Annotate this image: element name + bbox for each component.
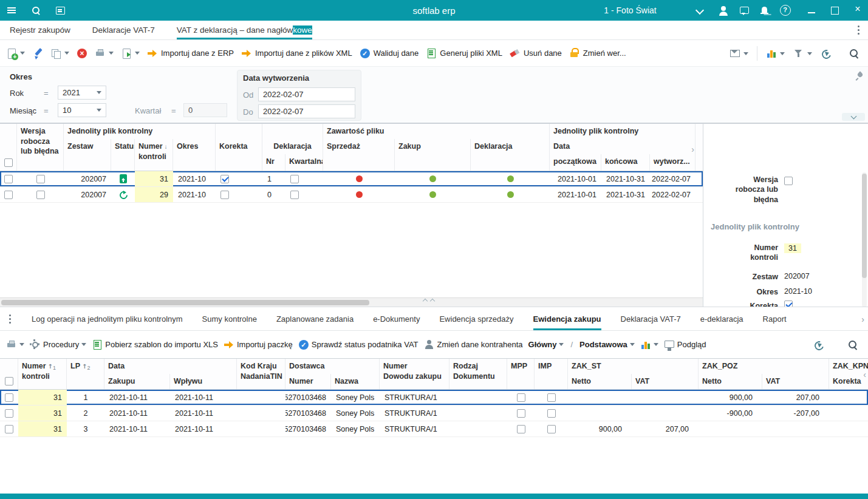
tab-raport[interactable]: Raport xyxy=(763,307,787,330)
importuj-paczke-button[interactable]: Importuj paczkę xyxy=(224,339,293,350)
rok-select[interactable]: 2021 xyxy=(58,86,106,100)
col-header-wersja-robocza[interactable]: Wersjaroboczalub błędna xyxy=(17,124,64,171)
maximize-button[interactable] xyxy=(829,5,840,16)
col-header-numer-dowodu[interactable]: NumerDowodu zakupu xyxy=(380,359,449,389)
row-checkbox[interactable] xyxy=(5,393,13,402)
refresh-button[interactable] xyxy=(821,48,832,59)
mpp-checkbox[interactable] xyxy=(517,409,525,418)
col-header-kod-kraju[interactable]: Kod KrajuNadaniaTIN xyxy=(237,359,285,389)
tab-zaplanowane-zadania[interactable]: Zaplanowane zadania xyxy=(276,307,354,330)
print-button[interactable] xyxy=(6,339,24,350)
col-header-korekta[interactable]: Korekta xyxy=(216,139,262,171)
col-header-numer-kontroli[interactable]: Numer1 kontroli xyxy=(18,359,67,389)
search-panel-button[interactable] xyxy=(849,48,859,59)
scroll-left-icon[interactable] xyxy=(863,370,866,379)
col-header-sprzedaz[interactable]: Sprzedaż xyxy=(323,139,395,171)
korekta-checkbox[interactable] xyxy=(220,191,229,199)
mail-button[interactable] xyxy=(730,48,748,59)
collapse-filter-button[interactable] xyxy=(842,113,865,121)
company-selector[interactable]: 1 - Foto Świat xyxy=(565,0,695,21)
tab-deklaracja-vat7[interactable]: Deklaracja VAT-7 xyxy=(621,307,681,330)
tab-ewidencja-sprzedazy[interactable]: Ewidencja sprzedaży xyxy=(439,307,513,330)
col-header-nr[interactable]: Nr xyxy=(262,154,285,171)
chart-button[interactable] xyxy=(766,48,785,59)
pin-icon[interactable] xyxy=(854,71,864,81)
close-button[interactable] xyxy=(852,5,863,16)
sprawdz-status-button[interactable]: Sprawdź status podatnika VAT xyxy=(298,339,419,350)
tab-deklaracje-vat7[interactable]: Deklaracje VAT-7 xyxy=(92,21,155,39)
table-row[interactable]: 202007 31 2021-10 1 2021-10-01 2021-10-3… xyxy=(0,171,703,187)
korekta-checkbox[interactable] xyxy=(220,175,229,183)
col-header-st-netto[interactable]: Netto xyxy=(568,374,632,389)
imp-checkbox[interactable] xyxy=(547,425,556,433)
row-checkbox[interactable] xyxy=(5,409,13,418)
col-header-mpp[interactable]: MPP xyxy=(507,359,535,389)
col-header-zakupu[interactable]: Zakupu xyxy=(104,374,170,389)
od-date-input[interactable]: 2022-02-07 xyxy=(258,87,355,101)
col-header-deklaracja[interactable]: Deklaracja xyxy=(471,139,550,171)
delete-button[interactable] xyxy=(77,48,87,59)
col-header-imp[interactable]: IMP xyxy=(535,359,568,389)
tab-menu-icon[interactable] xyxy=(9,313,12,324)
col-header-wytworzenia[interactable]: wytworz... xyxy=(650,154,695,171)
import-xml-button[interactable]: Importuj dane z plików XML xyxy=(241,48,352,59)
col-header-numer-kontroli[interactable]: Numer kontroli xyxy=(135,139,173,171)
add-button[interactable] xyxy=(6,48,25,59)
scrollbar-thumb[interactable] xyxy=(862,174,867,278)
col-header-lp[interactable]: LP2 xyxy=(67,359,104,389)
col-header-poczatkowa[interactable]: początkowa xyxy=(550,154,601,171)
minimize-button[interactable] xyxy=(806,5,817,16)
kwartalna-checkbox[interactable] xyxy=(290,191,299,199)
scroll-right-icon[interactable] xyxy=(691,144,694,154)
row-checkbox[interactable] xyxy=(5,425,13,433)
copy-button[interactable] xyxy=(50,48,69,59)
tab-ewidencja-zakupu[interactable]: Ewidencja zakupu xyxy=(533,307,601,330)
search-panel-button[interactable] xyxy=(847,339,858,350)
col-header-st-vat[interactable]: VAT xyxy=(632,374,699,389)
podglad-button[interactable]: Podgląd xyxy=(664,339,706,350)
table-row[interactable]: 202007 29 2021-10 0 2021-10-01 2021-10-3… xyxy=(0,187,703,203)
chart-button[interactable] xyxy=(640,339,658,350)
col-header-poz-netto[interactable]: Netto xyxy=(699,374,762,389)
tab-vat-z-deklaracja[interactable]: VAT z deklaracją – dane nagłówkowe xyxy=(177,21,312,39)
col-header-dostawca-numer[interactable]: Numer xyxy=(285,374,331,389)
equals-operator[interactable]: = xyxy=(44,106,49,115)
col-header-zakup[interactable]: Zakup xyxy=(395,139,471,171)
print-button[interactable] xyxy=(95,48,114,59)
select-all-checkbox[interactable] xyxy=(4,158,13,167)
table-row[interactable]: 31 3 2021-10-11 2021-10-11 5270103468 So… xyxy=(0,421,868,437)
col-header-rodzaj-dokumentu[interactable]: RodzajDokumentu xyxy=(449,359,507,389)
procedury-button[interactable]: Procedury xyxy=(30,339,86,350)
edit-button[interactable] xyxy=(32,48,43,59)
imp-checkbox[interactable] xyxy=(547,409,556,418)
col-header-kpnst-korekta[interactable]: Korekta xyxy=(829,374,868,389)
filter-settings-button[interactable] xyxy=(793,48,812,59)
miesiac-select[interactable]: 10 xyxy=(58,103,106,117)
kwartalna-checkbox[interactable] xyxy=(290,175,299,183)
tab-scroll-right-icon[interactable] xyxy=(861,314,864,324)
pobierz-szablon-button[interactable]: Pobierz szablon do importu XLS xyxy=(92,339,218,350)
wersja-checkbox[interactable] xyxy=(36,191,45,199)
export-button[interactable] xyxy=(121,48,140,59)
splitter-grip[interactable] xyxy=(423,299,434,303)
table-row[interactable]: 31 2 2021-10-11 2021-10-11 5270103468 So… xyxy=(0,406,868,421)
col-header-okres[interactable]: Okres xyxy=(173,139,216,171)
tab-rejestr-zakupow[interactable]: Rejestr zakupów xyxy=(10,21,70,39)
horizontal-scrollbar[interactable] xyxy=(0,297,703,307)
tab-e-deklaracja[interactable]: e-deklaracja xyxy=(700,307,743,330)
generate-xml-button[interactable]: Generuj pliki XML xyxy=(426,48,502,59)
col-header-status[interactable]: Status xyxy=(111,139,135,171)
col-header-kwartalna[interactable]: Kwartalna xyxy=(285,154,323,171)
row-checkbox[interactable] xyxy=(4,175,13,183)
chevron-down-icon[interactable] xyxy=(694,5,705,16)
row-checkbox[interactable] xyxy=(4,191,13,199)
col-header-poz-vat[interactable]: VAT xyxy=(762,374,829,389)
scrollbar-thumb[interactable] xyxy=(1,300,369,305)
refresh-button[interactable] xyxy=(813,339,824,350)
col-header-nazwa[interactable]: Nazwa xyxy=(331,374,380,389)
mpp-checkbox[interactable] xyxy=(517,393,525,402)
delete-data-button[interactable]: Usuń dane xyxy=(510,48,562,59)
detail-wersja-checkbox[interactable] xyxy=(784,177,793,185)
select-all-checkbox[interactable] xyxy=(5,377,13,385)
equals-operator[interactable]: = xyxy=(44,89,49,98)
